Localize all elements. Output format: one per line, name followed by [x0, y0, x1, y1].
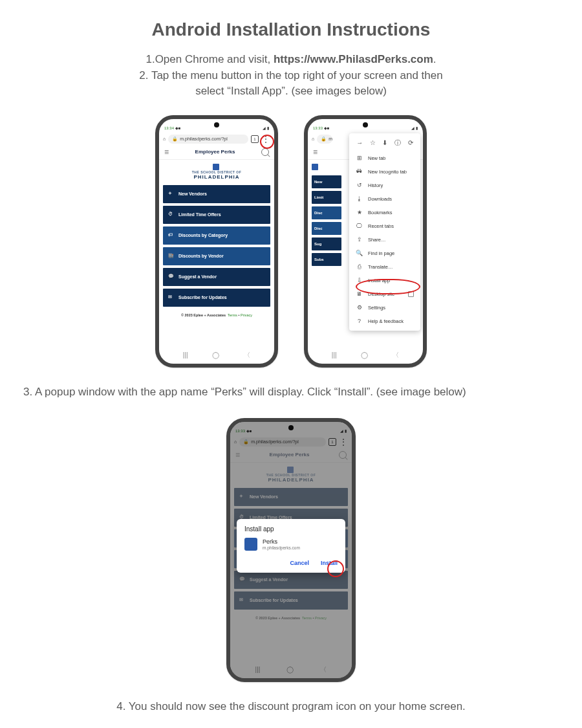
menu-translate[interactable]: ⎙Translate… — [349, 260, 420, 274]
menu-item-bg: New — [312, 175, 341, 188]
find-icon: 🔍 — [356, 250, 363, 257]
menu-help[interactable]: ?Help & feedback — [349, 314, 420, 328]
menu-item-label: Subscribe for Updates — [178, 295, 227, 300]
app-icon — [244, 538, 257, 551]
dialog-title: Install app — [244, 525, 338, 533]
menu-item[interactable]: ⏱Limited Time Offers — [163, 206, 270, 224]
url-text: m.philasdperks.com/?pl — [180, 137, 228, 141]
step-4: 4. You should now see the discount progr… — [19, 700, 563, 713]
android-nav-bar: ||| ◯ 〈 — [308, 349, 423, 361]
menu-item-bg: Disc — [312, 206, 341, 219]
dd-label: Bookmarks — [368, 210, 393, 215]
menu-share[interactable]: ⇪Share… — [349, 233, 420, 247]
status-time: 13:34 — [164, 126, 174, 130]
plus-box-icon: ⊞ — [356, 155, 363, 162]
mail-icon: ✉ — [168, 294, 175, 301]
instructions-1-2: 1.Open Chrome and visit, https://www.Phi… — [19, 52, 563, 100]
reload-icon[interactable]: ⟳ — [408, 139, 413, 146]
dd-label: Help & feedback — [368, 318, 404, 324]
recent-tabs-icon: 🖵 — [356, 223, 363, 230]
tab-count: 1 — [251, 135, 259, 143]
clock-icon: ⏱ — [168, 212, 175, 218]
menu-bookmarks[interactable]: ★Bookmarks — [349, 206, 420, 219]
menu-item[interactable]: 🏬Discounts by Vendor — [163, 247, 270, 265]
status-time: 13:33 — [313, 126, 323, 130]
step1-url: https://www.PhilasdPerks.com — [274, 53, 433, 65]
menu-item[interactable]: 🏷Discounts by Category — [163, 226, 270, 245]
menu-settings[interactable]: ⚙Settings — [349, 301, 420, 314]
history-icon: ↺ — [356, 182, 363, 189]
brand-big: PHILADELPHIA — [193, 174, 239, 180]
help-icon: ? — [356, 318, 363, 325]
menu-item-bg: Disc — [312, 222, 341, 235]
brand-block: THE SCHOOL DISTRICT OF PHILADELPHIA — [159, 160, 274, 184]
nav-home-icon: ◯ — [212, 351, 219, 358]
menu-recent-tabs[interactable]: 🖵Recent tabs — [349, 219, 420, 233]
tag-icon: 🏷 — [168, 232, 175, 239]
chrome-overflow-menu: → ☆ ⬇ ⓘ ⟳ ⊞New tab 🕶New Incognito tab ↺H… — [349, 133, 420, 331]
brand-badge-icon — [312, 164, 318, 170]
menu-item[interactable]: 💬Suggest a Vendor — [163, 268, 270, 286]
home-icon: ⌂ — [163, 137, 166, 141]
menu-item[interactable]: ✉Subscribe for Updates — [163, 289, 270, 307]
install-button[interactable]: Install — [321, 560, 338, 566]
forward-icon[interactable]: → — [356, 139, 363, 146]
dialog-app-name: Perks — [263, 538, 300, 546]
phone-notch — [363, 122, 368, 127]
sparkle-icon: ✦ — [168, 191, 175, 197]
home-icon: ⌂ — [312, 137, 314, 141]
dialog-app-sub: m.philasdperks.com — [263, 546, 300, 550]
menu-item-bg: Sug — [312, 237, 341, 250]
dd-label: Install app — [368, 278, 390, 283]
site-header: ≡ Employee Perks — [159, 145, 274, 160]
download-icon[interactable]: ⬇ — [382, 139, 387, 146]
info-icon[interactable]: ⓘ — [394, 138, 401, 148]
dd-label: New tab — [368, 155, 386, 161]
dd-label: Recent tabs — [368, 223, 394, 229]
dd-label: History — [368, 182, 383, 188]
phone-screenshot-3: 13:33 ◆■ ◢ ▮ ⌂ 🔒 m.philasdperks.com/?pl … — [226, 418, 356, 682]
install-dialog: Install app Perks m.philasdperks.com Can… — [237, 519, 345, 573]
phone-screenshot-1: 13:34 ◆■ ◢ ▮ ⌂ 🔒 m.philasdperks.com/?pl … — [155, 115, 278, 368]
footer-terms: Terms — [228, 313, 237, 317]
search-icon — [261, 148, 269, 156]
dd-label: Downloads — [368, 196, 392, 202]
nav-recents-icon: ||| — [332, 351, 337, 358]
step1-text-a: Open Chrome and visit, — [155, 53, 274, 65]
star-icon[interactable]: ☆ — [370, 139, 376, 146]
more-menu-icon[interactable]: ⋮ — [261, 135, 270, 144]
menu-item-bg: Subs — [312, 253, 341, 266]
menu-new-tab[interactable]: ⊞New tab — [349, 151, 420, 165]
menu-item[interactable]: ✦New Vendors — [163, 185, 270, 203]
menu-find[interactable]: 🔍Find in page — [349, 247, 420, 260]
menu-downloads[interactable]: ⭳Downloads — [349, 192, 420, 206]
dd-label: Translate… — [368, 264, 393, 270]
checkbox-icon — [408, 291, 414, 297]
dialog-app-row: Perks m.philasdperks.com — [244, 538, 338, 551]
menu-item-label: Discounts by Vendor — [178, 254, 224, 258]
step-3: 3. A popup window with the app name “Per… — [19, 386, 563, 399]
step4-text: You should now see the discount program … — [129, 700, 466, 712]
star-filled-icon: ★ — [356, 209, 363, 216]
step1-text-c: . — [433, 53, 436, 65]
menu-incognito[interactable]: 🕶New Incognito tab — [349, 165, 420, 179]
site-menu-bg: New Limit Disc Disc Sug Subs — [308, 174, 345, 270]
nav-recents-icon: ||| — [183, 351, 188, 358]
menu-history[interactable]: ↺History — [349, 179, 420, 192]
step-number: 3. — [23, 386, 35, 398]
menu-item-bg: Limit — [312, 191, 341, 204]
overflow-top-row: → ☆ ⬇ ⓘ ⟳ — [349, 136, 420, 151]
footer-copyright: © 2023 Eplee + Associates — [181, 313, 226, 317]
step2-line2: select “Install App”. (see images below) — [19, 83, 563, 100]
dd-label: Settings — [368, 305, 385, 311]
cancel-button[interactable]: Cancel — [290, 560, 309, 566]
menu-desktop-site[interactable]: 🖥Desktop site — [349, 287, 420, 301]
nav-back-icon: 〈 — [244, 351, 250, 360]
site-title: Employee Perks — [195, 149, 235, 155]
nav-back-icon: 〈 — [393, 351, 399, 360]
phone-notch — [214, 122, 219, 127]
desktop-icon: 🖥 — [356, 291, 363, 298]
menu-install-app[interactable]: ⇩Install app — [349, 274, 420, 287]
dd-label: Desktop site — [368, 291, 394, 297]
chrome-url-bar: ⌂ 🔒 m.philasdperks.com/?pl 1 ⋮ — [159, 133, 274, 145]
